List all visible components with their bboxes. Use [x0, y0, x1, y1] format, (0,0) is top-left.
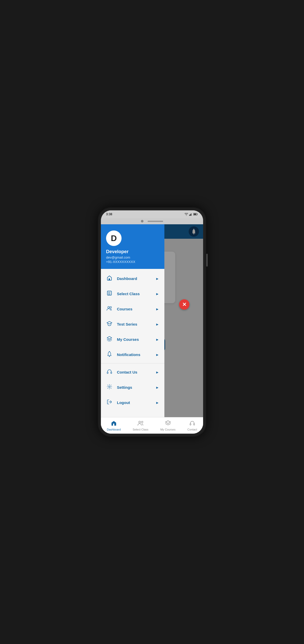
svg-point-27	[109, 356, 110, 357]
svg-rect-0	[189, 215, 190, 216]
menu-item-dashboard[interactable]: Dashboard ►	[101, 271, 164, 286]
contact-us-arrow: ►	[156, 370, 159, 374]
book-icon	[106, 290, 113, 297]
notifications-arrow: ►	[156, 353, 159, 357]
svg-point-24	[108, 307, 110, 308]
drawer-header: D Developer dev@gmail.com +91-XXXXXXXXXX	[101, 224, 164, 269]
svg-point-20	[108, 292, 109, 293]
nav-dashboard-label: Dashboard	[107, 428, 121, 431]
phone-screen: 3:38	[101, 210, 203, 434]
svg-rect-16	[109, 278, 110, 280]
nav-select-class[interactable]: Select Class	[130, 419, 151, 433]
svg-point-31	[109, 386, 110, 387]
courses-arrow: ►	[156, 307, 159, 311]
speaker	[148, 221, 163, 222]
menu-item-courses[interactable]: Courses ►	[101, 301, 164, 317]
drawer-menu: Dashboard ►	[101, 269, 164, 417]
status-bar: 3:38	[101, 210, 203, 218]
phone-frame: 3:38	[98, 207, 206, 437]
svg-point-28	[109, 351, 110, 352]
close-icon: ✕	[182, 302, 187, 307]
dashboard-label: Dashboard	[117, 276, 137, 281]
select-class-label: Select Class	[117, 292, 140, 296]
wifi-icon	[185, 213, 188, 216]
svg-rect-29	[107, 372, 108, 374]
notifications-label: Notifications	[117, 352, 140, 357]
svg-rect-37	[194, 424, 195, 425]
graduation-icon	[106, 321, 113, 328]
svg-point-34	[139, 421, 140, 423]
logout-icon	[106, 399, 113, 406]
my-courses-label: My Courses	[117, 337, 139, 342]
avatar-letter: D	[111, 234, 117, 243]
people-icon	[106, 306, 113, 312]
svg-rect-30	[111, 372, 112, 374]
nav-my-courses-label: My Courses	[160, 428, 175, 431]
courses-label: Courses	[117, 307, 132, 311]
bell-menu-icon	[106, 351, 113, 358]
dashboard-arrow: ►	[156, 277, 159, 281]
status-time: 3:38	[106, 212, 112, 216]
menu-item-contact-us[interactable]: Contact Us ►	[101, 365, 164, 380]
menu-item-select-class[interactable]: Select Class ►	[101, 286, 164, 301]
contact-us-label: Contact Us	[117, 370, 137, 374]
svg-rect-33	[113, 424, 114, 426]
logout-arrow: ►	[156, 401, 159, 405]
close-button[interactable]: ✕	[179, 299, 189, 310]
user-phone: +91-XXXXXXXXXX	[106, 260, 159, 264]
menu-item-settings[interactable]: Settings ►	[101, 380, 164, 395]
svg-rect-3	[192, 213, 193, 216]
svg-rect-36	[190, 424, 191, 425]
menu-item-logout[interactable]: Logout ►	[101, 395, 164, 410]
nav-my-courses-icon	[165, 420, 171, 427]
svg-rect-2	[191, 213, 191, 216]
menu-divider	[101, 363, 164, 364]
select-class-arrow: ►	[156, 292, 159, 296]
svg-rect-5	[194, 214, 196, 215]
svg-marker-26	[107, 321, 112, 324]
svg-point-25	[110, 307, 111, 308]
settings-arrow: ►	[156, 385, 159, 390]
nav-contact-icon	[189, 420, 195, 427]
svg-point-35	[141, 421, 143, 423]
my-courses-arrow: ►	[156, 337, 159, 342]
menu-item-test-series[interactable]: Test Series ►	[101, 317, 164, 332]
svg-point-21	[108, 293, 109, 294]
layers-icon	[106, 336, 113, 343]
camera-bar	[101, 218, 203, 224]
menu-item-notifications[interactable]: Notifications ►	[101, 347, 164, 362]
svg-rect-1	[190, 214, 191, 216]
nav-select-class-icon	[137, 420, 144, 427]
status-icons	[185, 213, 198, 216]
nav-dashboard-icon	[111, 420, 117, 427]
user-email: dev@gmail.com	[106, 255, 159, 259]
test-series-arrow: ►	[156, 322, 159, 326]
test-series-label: Test Series	[117, 322, 137, 326]
volume-button	[206, 254, 208, 267]
nav-my-courses[interactable]: My Courses	[157, 419, 179, 433]
headphones-icon	[106, 369, 113, 376]
navigation-drawer: D Developer dev@gmail.com +91-XXXXXXXXXX	[101, 224, 164, 434]
user-name: Developer	[106, 249, 159, 254]
signal-icon	[189, 213, 192, 216]
avatar: D	[106, 230, 122, 246]
menu-item-my-courses[interactable]: My Courses ►	[101, 332, 164, 347]
app-screen: ✕ elected ms D	[101, 224, 203, 434]
settings-label: Settings	[117, 385, 132, 390]
nav-contact-label: Contact	[187, 428, 197, 431]
nav-select-class-label: Select Class	[133, 428, 148, 431]
nav-contact[interactable]: Contact	[184, 419, 200, 433]
gear-icon	[106, 384, 113, 391]
bottom-navigation: Dashboard Select Class	[101, 417, 203, 434]
nav-dashboard[interactable]: Dashboard	[104, 419, 124, 433]
battery-icon	[193, 213, 198, 216]
home-icon	[106, 275, 113, 282]
logout-label: Logout	[117, 400, 130, 405]
camera-dot	[141, 220, 143, 222]
